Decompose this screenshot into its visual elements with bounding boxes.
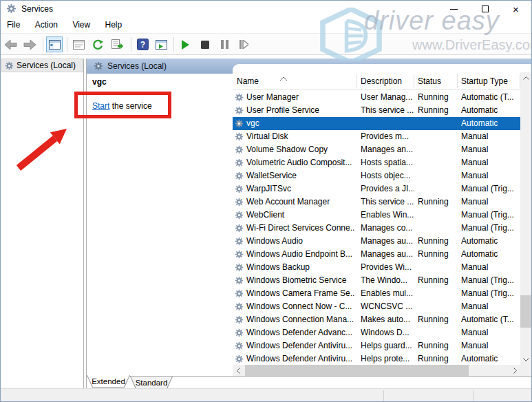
title-bar[interactable]: Services ×: [1, 1, 531, 17]
pause-service-button[interactable]: [216, 36, 233, 52]
scroll-down-button[interactable]: [520, 354, 531, 365]
tab-standard[interactable]: Standard: [130, 377, 173, 389]
vertical-scroll-thumb[interactable]: [520, 295, 531, 328]
chevron-down-icon: [523, 358, 529, 361]
horizontal-scroll-thumb[interactable]: [245, 365, 469, 376]
service-row[interactable]: vgc Automatic: [233, 117, 520, 130]
scroll-right-button[interactable]: [509, 365, 520, 376]
svg-text:?: ?: [140, 40, 145, 50]
refresh-button[interactable]: [89, 36, 106, 52]
service-description-cell: Manages an...: [361, 143, 414, 156]
service-description-cell: Hosts objec...: [361, 169, 414, 182]
back-button[interactable]: [3, 36, 19, 52]
service-row[interactable]: Web Account Manager This service ... Run…: [233, 195, 520, 209]
chevron-up-icon: [523, 76, 529, 80]
service-row[interactable]: Volumetric Audio Composit... Hosts spati…: [233, 156, 520, 169]
start-service-button[interactable]: [177, 36, 193, 52]
column-header-startup-type[interactable]: Startup Type: [461, 72, 519, 90]
horizontal-scrollbar[interactable]: [233, 365, 520, 376]
service-name-cell: Windows Backup: [246, 261, 355, 274]
tree-item-services-local[interactable]: Services (Local): [1, 59, 83, 72]
restart-service-button[interactable]: [235, 36, 252, 52]
service-startup-cell: Manual: [461, 300, 520, 313]
service-gear-icon: [235, 276, 244, 285]
highlight-rectangle: [74, 92, 171, 118]
service-startup-cell: Automatic: [461, 235, 520, 248]
service-row[interactable]: Windows Connect Now - C... WCNCSVC ... M…: [233, 300, 520, 313]
forward-arrow-icon: [23, 40, 36, 50]
column-header-name[interactable]: Name: [237, 72, 347, 90]
menu-action[interactable]: Action: [29, 17, 64, 33]
resume-icon: [240, 40, 248, 49]
status-bar: [1, 388, 532, 402]
service-row[interactable]: Windows Biometric Service The Windo... R…: [233, 274, 520, 287]
service-row[interactable]: Windows Defender Antiviru... Helps prote…: [233, 352, 520, 366]
extended-view-button[interactable]: [153, 36, 169, 52]
service-row[interactable]: WebClient Enables Win... Manual (Trig...: [233, 209, 520, 222]
maximize-button[interactable]: [469, 1, 500, 17]
service-gear-icon: [235, 198, 244, 207]
service-gear-icon: [235, 237, 244, 246]
menu-file[interactable]: File: [1, 17, 26, 33]
service-row[interactable]: User Manager User Manag... Running Autom…: [233, 91, 520, 104]
service-row[interactable]: Volume Shadow Copy Manages an... Manual: [233, 143, 520, 156]
menu-help[interactable]: Help: [99, 17, 129, 33]
scroll-up-button[interactable]: [520, 72, 531, 83]
service-row[interactable]: Virtual Disk Provides m... Manual: [233, 130, 520, 143]
properties-button[interactable]: [70, 36, 87, 52]
scroll-left-button[interactable]: [233, 365, 244, 376]
service-gear-icon: [235, 289, 244, 298]
tab-standard-label: Standard: [131, 377, 172, 388]
service-startup-cell: Manual: [461, 169, 520, 182]
refresh-icon: [92, 39, 103, 50]
service-row[interactable]: Windows Defender Advanc... Windows D... …: [233, 326, 520, 339]
column-header-status[interactable]: Status: [418, 72, 456, 90]
service-row[interactable]: Windows Backup Provides Wi... Manual: [233, 261, 520, 274]
service-gear-icon: [235, 224, 244, 233]
service-gear-icon: [235, 315, 244, 324]
service-row[interactable]: Windows Audio Manages au... Running Auto…: [233, 235, 520, 248]
service-description-cell: Provides m...: [361, 130, 414, 143]
export-list-icon: [111, 39, 123, 50]
service-gear-icon: [235, 341, 244, 350]
service-row[interactable]: Windows Defender Antiviru... Helps guard…: [233, 339, 520, 352]
help-button[interactable]: ?: [134, 36, 151, 52]
service-gear-icon: [235, 184, 244, 193]
pause-icon: [221, 40, 228, 49]
service-startup-cell: Automatic: [461, 248, 520, 261]
service-name-cell: User Profile Service: [246, 104, 355, 117]
tab-extended[interactable]: Extended: [87, 375, 130, 388]
menu-view[interactable]: View: [66, 17, 96, 33]
service-gear-icon: [235, 106, 244, 115]
service-name-cell: WebClient: [246, 209, 355, 222]
service-row[interactable]: Windows Camera Frame Se... Enables mul..…: [233, 287, 520, 300]
show-console-tree-button[interactable]: [46, 36, 63, 52]
chevron-right-icon: [513, 368, 517, 374]
stop-service-button[interactable]: [197, 36, 213, 52]
chevron-left-icon: [237, 368, 240, 374]
service-name-cell: Windows Connection Mana...: [246, 313, 355, 326]
export-list-button[interactable]: [109, 36, 125, 52]
service-status-cell: Running: [418, 195, 456, 209]
service-row[interactable]: WarpJITSvc Provides a JI... Manual (Trig…: [233, 182, 520, 195]
vertical-scrollbar[interactable]: [520, 72, 531, 365]
service-startup-cell: Manual: [461, 339, 520, 352]
service-startup-cell: Manual: [461, 195, 520, 209]
service-row[interactable]: Windows Connection Mana... Makes auto...…: [233, 313, 520, 326]
service-description-cell: Hosts spatia...: [361, 156, 414, 169]
service-startup-cell: Manual: [461, 156, 520, 169]
service-status-cell: Running: [418, 248, 456, 261]
service-row[interactable]: Windows Audio Endpoint B... Manages au..…: [233, 248, 520, 261]
service-description-cell: This service ...: [361, 195, 414, 209]
forward-button[interactable]: [21, 36, 38, 52]
service-startup-cell: Manual (Trig...: [461, 274, 520, 287]
service-gear-icon: [235, 250, 244, 259]
results-header-label: Services (Local): [107, 61, 167, 71]
column-header-description[interactable]: Description: [361, 72, 413, 90]
minimize-button[interactable]: [438, 1, 469, 17]
service-row[interactable]: User Profile Service This service ... Ru…: [233, 104, 520, 117]
service-row[interactable]: WalletService Hosts objec... Manual: [233, 169, 520, 182]
close-button[interactable]: ×: [500, 1, 531, 17]
service-row[interactable]: Wi-Fi Direct Services Conne... Manages c…: [233, 222, 520, 235]
list-header: Name Description Status Startup Type: [233, 72, 520, 90]
